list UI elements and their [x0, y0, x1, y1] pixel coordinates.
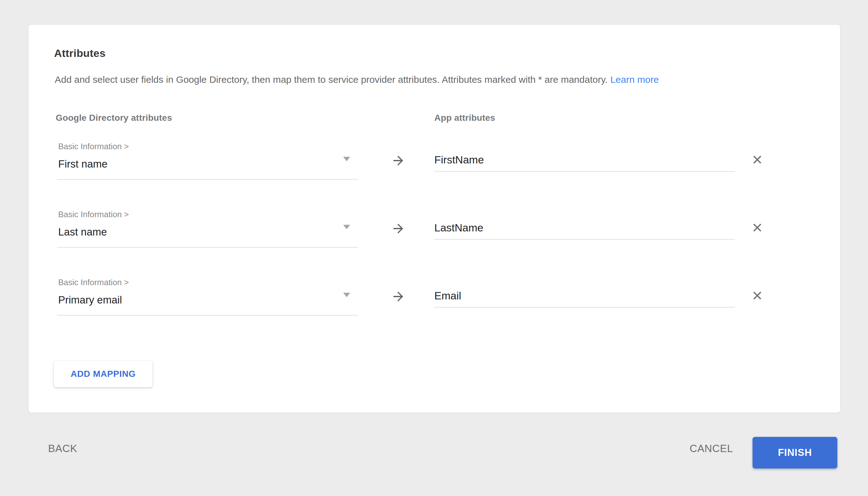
finish-button[interactable]: FINISH — [752, 437, 837, 468]
directory-attribute-dropdown[interactable]: Basic Information > Primary email — [58, 278, 357, 325]
back-button[interactable]: BACK — [41, 437, 84, 461]
dropdown-selected-value: Last name — [58, 226, 107, 239]
directory-attribute-dropdown[interactable]: Basic Information > Last name — [58, 210, 357, 257]
column-header-directory-attributes: Google Directory attributes — [56, 112, 172, 123]
close-icon — [751, 290, 763, 301]
input-underline — [434, 239, 735, 239]
remove-mapping-button[interactable] — [748, 287, 766, 305]
input-underline — [434, 171, 735, 172]
app-attribute-input[interactable] — [434, 152, 735, 168]
learn-more-link[interactable]: Learn more — [610, 74, 659, 85]
attributes-card: Attributes Add and select user fields in… — [28, 24, 840, 413]
caret-down-icon — [343, 293, 350, 297]
page-title: Attributes — [54, 47, 106, 59]
dropdown-category-label: Basic Information > — [58, 278, 129, 287]
mapping-row: Basic Information > First name — [29, 142, 840, 210]
close-icon — [751, 154, 763, 166]
dropdown-selected-value: Primary email — [58, 293, 122, 307]
arrow-right-icon — [391, 221, 406, 236]
dropdown-underline — [57, 315, 358, 316]
app-attribute-field — [434, 278, 735, 316]
caret-down-icon — [343, 157, 350, 161]
dropdown-selected-value: First name — [58, 157, 108, 171]
dropdown-category-label: Basic Information > — [58, 210, 129, 219]
arrow-right-icon — [391, 289, 406, 304]
app-attribute-field — [434, 210, 735, 248]
remove-mapping-button[interactable] — [748, 219, 766, 236]
dropdown-category-label: Basic Information > — [58, 142, 129, 151]
input-underline — [434, 307, 735, 308]
close-icon — [751, 222, 763, 234]
add-mapping-button[interactable]: ADD MAPPING — [54, 361, 152, 387]
description-text: Add and select user fields in Google Dir… — [55, 74, 815, 86]
mapping-row: Basic Information > Primary email — [29, 278, 840, 346]
app-attribute-input[interactable] — [434, 288, 735, 304]
arrow-right-icon — [391, 153, 406, 168]
app-attribute-input[interactable] — [434, 219, 735, 236]
app-attribute-field — [434, 142, 735, 180]
mapping-row: Basic Information > Last name — [29, 210, 840, 278]
cancel-button[interactable]: CANCEL — [681, 437, 741, 461]
remove-mapping-button[interactable] — [748, 151, 766, 169]
description-body: Add and select user fields in Google Dir… — [55, 74, 608, 85]
dropdown-underline — [57, 179, 358, 180]
dropdown-underline — [57, 247, 358, 248]
caret-down-icon — [343, 225, 350, 229]
column-header-app-attributes: App attributes — [434, 112, 496, 123]
directory-attribute-dropdown[interactable]: Basic Information > First name — [58, 142, 357, 189]
